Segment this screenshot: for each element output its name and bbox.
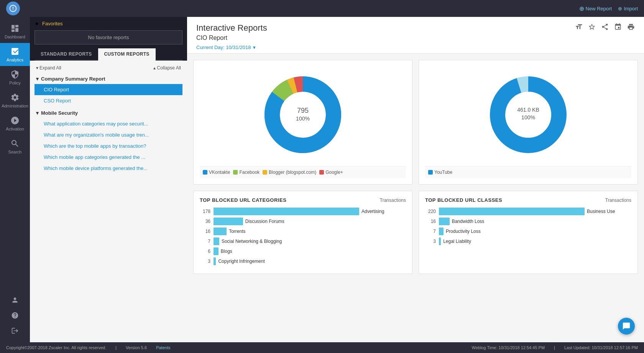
fab-button[interactable] xyxy=(618,318,635,335)
report-group-header-company-summary[interactable]: ▾ Company Summary Report xyxy=(34,74,182,84)
bar-fill-blogs xyxy=(214,247,219,255)
legend-dot-youtube xyxy=(428,170,433,175)
report-item-ms1[interactable]: What application categories may pose sec… xyxy=(34,118,182,129)
main-content: Interactive Reports CIO Report Current D… xyxy=(187,17,644,342)
expand-all-button[interactable]: ▾ Expand All xyxy=(36,65,61,71)
donut-chart-2: 461.0 KB 100% xyxy=(425,66,631,163)
footer-copyright: Copyright©2007-2018 Zscaler Inc. All rig… xyxy=(6,345,106,350)
reports-list-area: ▾ Expand All ▴ Collapse All ▾ Company Su… xyxy=(30,61,187,342)
bar-fill-advertising xyxy=(214,208,359,215)
blocked-classes-bars: 220 Business Use 16 Bandwidth Loss xyxy=(425,208,631,245)
user-icon-btn[interactable] xyxy=(8,293,22,307)
content-header-wrapper: Interactive Reports CIO Report Current D… xyxy=(187,17,644,54)
sidebar-item-dashboard[interactable]: Dashboard xyxy=(0,20,30,43)
bar-row-torrents: 16 Torrents xyxy=(200,228,406,235)
report-group-header-mobile-security[interactable]: ▾ Mobile Security xyxy=(34,108,182,118)
report-tabs: STANDARD REPORTS CUSTOM REPORTS xyxy=(34,48,182,61)
help-icon-btn[interactable] xyxy=(8,308,22,322)
date-filter[interactable]: Current Day: 10/31/2018 ▾ xyxy=(196,45,256,50)
collapse-icon: ▴ xyxy=(153,65,156,71)
font-size-button[interactable] xyxy=(575,23,583,33)
new-report-button[interactable]: ⊕ New Report xyxy=(579,5,612,12)
report-item-cso[interactable]: CSO Report xyxy=(34,95,182,106)
sidebar-item-policy[interactable]: Policy xyxy=(0,66,30,89)
top-nav-actions: ⊕ New Report ⊕ Import xyxy=(579,5,638,12)
sidebar-bottom xyxy=(8,293,22,342)
legend-dot-google-plus xyxy=(319,170,324,175)
sidebar-item-analytics[interactable]: Analytics xyxy=(0,43,30,66)
footer-patents-link[interactable]: Patents xyxy=(156,345,170,350)
sidebar-item-activation[interactable]: Activation xyxy=(0,112,30,135)
donut-chart-1: 795 100% xyxy=(200,66,406,163)
calendar-button[interactable] xyxy=(614,23,622,33)
footer: Copyright©2007-2018 Zscaler Inc. All rig… xyxy=(0,342,644,353)
page-title: Interactive Reports xyxy=(196,23,635,33)
report-item-ms4[interactable]: Which mobile app categories generated th… xyxy=(34,152,182,163)
chart-legend-1: VKontakte Facebook Blogger (blogspot.com… xyxy=(200,166,406,178)
report-group-mobile-security: ▾ Mobile Security What application categ… xyxy=(34,108,182,174)
report-group-company-summary: ▾ Company Summary Report CIO Report CSO … xyxy=(34,74,182,106)
report-item-cio[interactable]: CIO Report xyxy=(34,84,182,95)
import-button[interactable]: ⊕ Import xyxy=(618,6,638,12)
main-wrapper: Dashboard Analytics Policy Administratio… xyxy=(0,17,644,342)
expand-collapse-row: ▾ Expand All ▴ Collapse All xyxy=(34,64,182,74)
bar-row-social: 7 Social Networking & Blogging xyxy=(200,238,406,245)
expand-icon: ▾ xyxy=(36,65,38,71)
collapse-all-button[interactable]: ▴ Collapse All xyxy=(153,65,181,71)
bar-row-discussion: 36 Discussion Forums xyxy=(200,218,406,225)
svg-text:100%: 100% xyxy=(521,114,535,120)
logo xyxy=(6,2,20,15)
blocked-classes-header: TOP BLOCKED URL CLASSES Transactions xyxy=(425,197,631,203)
favorites-label: Favorites xyxy=(42,21,62,26)
blocked-categories-subtitle: Transactions xyxy=(380,198,406,203)
blocked-categories-header: TOP BLOCKED URL CATEGORIES Transactions xyxy=(200,197,406,203)
report-item-ms3[interactable]: Which are the top mobile apps by transac… xyxy=(34,140,182,152)
svg-text:100%: 100% xyxy=(296,115,310,122)
print-button[interactable] xyxy=(627,23,635,33)
legend-dot-vkontakte xyxy=(203,170,207,175)
sidebar-item-search[interactable]: Search xyxy=(0,135,30,158)
bar-fill-business xyxy=(439,208,585,215)
footer-divider: | xyxy=(115,345,117,350)
group-chevron-icon: ▾ xyxy=(36,76,39,82)
legend-item-google-plus: Google+ xyxy=(319,170,343,175)
bar-fill-discussion xyxy=(214,218,243,225)
report-item-ms5[interactable]: Which mobile device platforms generated … xyxy=(34,163,182,174)
report-title: CIO Report xyxy=(196,35,635,41)
legend-item-facebook: Facebook xyxy=(233,170,260,175)
bar-row-bandwidth: 16 Bandwidth Loss xyxy=(425,218,631,225)
chevron-down-icon: ▾ xyxy=(253,45,256,50)
bar-fill-legal xyxy=(439,238,441,245)
blocked-classes-card: TOP BLOCKED URL CLASSES Transactions 220… xyxy=(419,191,638,274)
left-sidebar: Dashboard Analytics Policy Administratio… xyxy=(0,17,30,342)
bar-row-productivity: 7 Productivity Loss xyxy=(425,228,631,235)
footer-version: Version 5.6 xyxy=(126,345,147,350)
group-chevron-icon: ▾ xyxy=(36,110,39,116)
footer-last-updated: Last Updated: 10/31/2018 12:57:16 PM xyxy=(564,345,638,350)
legend-item-blogger: Blogger (blogspot.com) xyxy=(263,170,316,175)
chart-legend-2: YouTube xyxy=(425,166,631,178)
tab-standard-reports[interactable]: STANDARD REPORTS xyxy=(34,48,98,61)
footer-weblog-time: Weblog Time: 10/31/2018 12:54:45 PM xyxy=(472,345,545,350)
charts-row: 795 100% VKontakte Facebook B xyxy=(187,54,644,191)
bar-fill-torrents xyxy=(214,228,227,235)
no-favorites-box: No favorite reports xyxy=(34,30,182,45)
chart-card-1: 795 100% VKontakte Facebook B xyxy=(193,60,412,185)
legend-item-youtube: YouTube xyxy=(428,170,452,175)
svg-point-6 xyxy=(281,92,325,137)
report-item-ms2[interactable]: What are my organization's mobile usage … xyxy=(34,129,182,140)
plus-icon: ⊕ xyxy=(579,5,584,12)
bar-row-advertising: 178 Advertising xyxy=(200,208,406,215)
favorite-button[interactable] xyxy=(588,23,596,33)
bar-row-business: 220 Business Use xyxy=(425,208,631,215)
tab-custom-reports[interactable]: CUSTOM REPORTS xyxy=(98,48,156,61)
import-icon: ⊕ xyxy=(618,6,622,12)
footer-right: Weblog Time: 10/31/2018 12:54:45 PM | La… xyxy=(472,345,638,350)
sidebar-item-administration[interactable]: Administration xyxy=(0,89,30,112)
legend-dot-facebook xyxy=(233,170,238,175)
share-button[interactable] xyxy=(601,23,609,33)
logout-icon-btn[interactable] xyxy=(8,324,22,338)
bar-fill-productivity xyxy=(439,228,444,235)
blocked-categories-bars: 178 Advertising 36 Discussion Forums xyxy=(200,208,406,265)
footer-divider-2: | xyxy=(554,345,555,350)
